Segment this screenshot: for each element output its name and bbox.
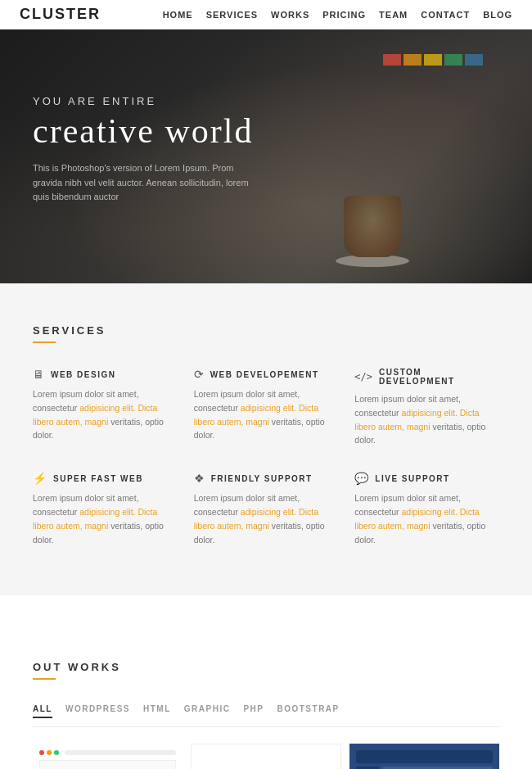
work-item-2[interactable]: Goodbye Photoshop S Ps (191, 744, 340, 769)
diamond-icon: ❖ (194, 472, 205, 485)
service-title: SUPER FAST WEB (53, 474, 143, 483)
service-title: LIVE SUPPORT (375, 474, 449, 483)
nav-services[interactable]: SERVICES (206, 10, 258, 20)
service-title: CUSTOM DEVELOPMENT (379, 368, 499, 386)
mock-urlbar (65, 750, 176, 755)
refresh-icon: ⟳ (194, 368, 204, 381)
service-description: Lorem ipsum dolor sit amet, consectetur … (33, 387, 178, 442)
service-item-webdev: ⟳ WEB DEVELOPEMENT Lorem ipsum dolor sit… (194, 368, 339, 447)
filter-all[interactable]: ALL (33, 704, 52, 718)
works-underline (33, 678, 56, 680)
services-heading: SERVICES (33, 324, 499, 337)
service-header: ⟳ WEB DEVELOPEMENT (194, 368, 339, 381)
works-heading: OUT WORKS (33, 661, 499, 673)
mock-dot-yellow (47, 750, 52, 755)
service-header: </> CUSTOM DEVELOPMENT (354, 368, 499, 386)
filter-php[interactable]: PHP (243, 704, 264, 718)
filter-wordpress[interactable]: WORDPRESS (65, 704, 130, 718)
hero-title: creative world (33, 112, 262, 150)
monitor-icon: 🖥 (33, 368, 44, 381)
lightning-icon: ⚡ (33, 472, 47, 485)
logo: CLUSTER (20, 6, 101, 23)
spacer (0, 595, 532, 636)
services-underline (33, 342, 56, 343)
service-header: 💬 LIVE SUPPORT (354, 472, 499, 485)
service-title: FRIENDLY SUPPORT (211, 474, 313, 483)
wc3-topbar (356, 750, 493, 763)
mock-graph (39, 760, 176, 769)
services-section: SERVICES 🖥 WEB DESIGN Lorem ipsum dolor … (0, 283, 532, 595)
main-nav: HOME SERVICES WORKS PRICING TEAM CONTACT… (163, 10, 512, 20)
nav-works[interactable]: WORKS (271, 10, 309, 20)
works-grid: Goodbye Photoshop S Ps (33, 744, 499, 769)
service-description: Lorem ipsum dolor sit amet, consectetur … (194, 387, 339, 442)
service-description: Lorem ipsum dolor sit amet, consectetur … (194, 491, 339, 546)
service-description: Lorem ipsum dolor sit amet, consectetur … (33, 491, 178, 546)
hero-description: This is Photoshop's version of Lorem Ips… (33, 161, 262, 205)
chat-icon: 💬 (354, 472, 368, 485)
mock-dot-green (54, 750, 59, 755)
nav-blog[interactable]: BLOG (483, 10, 512, 20)
header: CLUSTER HOME SERVICES WORKS PRICING TEAM… (0, 0, 532, 29)
service-title: WEB DESIGN (51, 370, 115, 379)
work-item-1[interactable] (33, 744, 183, 769)
mock-dot-red (39, 750, 44, 755)
service-header: 🖥 WEB DESIGN (33, 368, 178, 381)
hero-section: YOU ARE ENTIRE creative world This is Ph… (0, 29, 532, 283)
service-item-fasterweb: ⚡ SUPER FAST WEB Lorem ipsum dolor sit a… (33, 472, 178, 546)
nav-pricing[interactable]: PRICING (322, 10, 366, 20)
nav-team[interactable]: TEAM (379, 10, 408, 20)
service-description: Lorem ipsum dolor sit amet, consectetur … (354, 491, 499, 546)
work-card-dashboard (33, 744, 183, 769)
service-description: Lorem ipsum dolor sit amet, consectetur … (354, 392, 499, 447)
hero-subtitle: YOU ARE ENTIRE (33, 95, 262, 107)
service-item-friendlysupport: ❖ FRIENDLY SUPPORT Lorem ipsum dolor sit… (194, 472, 339, 546)
service-item-livesupport: 💬 LIVE SUPPORT Lorem ipsum dolor sit ame… (354, 472, 499, 546)
filter-html[interactable]: HTML (143, 704, 171, 718)
filter-graphic[interactable]: GRAPHIC (184, 704, 231, 718)
service-item-webdesign: 🖥 WEB DESIGN Lorem ipsum dolor sit amet,… (33, 368, 178, 447)
code-icon: </> (354, 371, 372, 382)
filter-bootstrap[interactable]: BOOTSTRAP (277, 704, 339, 718)
service-title: WEB DEVELOPEMENT (210, 370, 319, 379)
works-filter-bar: ALL WORDPRESS HTML GRAPHIC PHP BOOTSTRAP (33, 704, 499, 727)
services-grid: 🖥 WEB DESIGN Lorem ipsum dolor sit amet,… (33, 368, 499, 546)
hero-accent (383, 54, 483, 66)
service-header: ⚡ SUPER FAST WEB (33, 472, 178, 485)
service-header: ❖ FRIENDLY SUPPORT (194, 472, 339, 485)
nav-contact[interactable]: CONTACT (421, 10, 470, 20)
hero-content: YOU ARE ENTIRE creative world This is Ph… (33, 95, 262, 205)
work-item-3[interactable] (349, 744, 499, 769)
service-item-customdev: </> CUSTOM DEVELOPMENT Lorem ipsum dolor… (354, 368, 499, 447)
works-section: OUT WORKS ALL WORDPRESS HTML GRAPHIC PHP… (0, 636, 532, 769)
mock-header (39, 750, 176, 755)
nav-home[interactable]: HOME (163, 10, 193, 20)
